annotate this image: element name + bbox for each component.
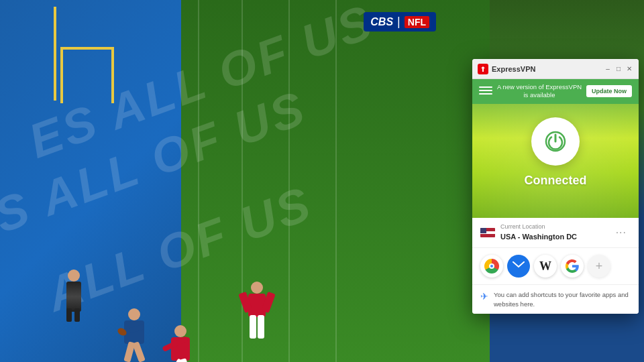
location-name: USA - Washington DC [500,233,577,241]
menu-line-2 [479,90,492,91]
chrome-shortcut-button[interactable] [480,255,503,278]
expressvpn-logo-icon [478,64,488,74]
goalpost-upright [54,7,56,101]
close-button[interactable]: ✕ [625,65,633,73]
referee-body [66,282,81,312]
referee-legs [66,308,81,322]
add-shortcut-button[interactable]: + [588,255,610,278]
update-banner: A new version of ExpressVPN is available… [472,79,639,104]
location-panel: Current Location USA - Washington DC ··· [472,218,639,248]
mail-shortcut-button[interactable] [507,255,530,278]
update-now-button[interactable]: Update Now [586,85,632,97]
goalpost-crossbar [60,47,114,50]
referee-leg-right [74,308,80,322]
tip-row: ✈ You can add shortcuts to your favorite… [472,285,639,314]
menu-line-1 [479,86,492,88]
location-menu-button[interactable]: ··· [612,225,631,240]
minimize-button[interactable]: – [604,65,612,73]
vpn-title-text: ExpressVPN [492,65,535,73]
flag-canton [480,228,486,233]
nfl-label: NFL [405,16,429,28]
referee [64,268,84,322]
connected-status-text: Connected [524,174,586,188]
cbs-nfl-badge: CBS | NFL [364,12,436,32]
power-icon [543,129,568,154]
us-flag-icon [480,228,495,237]
expressvpn-window: ExpressVPN – □ ✕ A new version of Expres… [472,59,639,314]
hamburger-menu-button[interactable] [479,86,492,96]
maximize-button[interactable]: □ [614,65,623,73]
shortcuts-row: W + [472,248,639,285]
cbs-label: CBS [370,16,393,28]
location-label: Current Location [500,223,612,230]
badge-divider: | [397,15,400,29]
window-controls[interactable]: – □ ✕ [604,65,633,73]
location-info: Current Location USA - Washington DC [500,223,612,242]
google-shortcut-button[interactable] [561,255,584,278]
add-icon-symbol: + [596,260,603,272]
wikipedia-shortcut-button[interactable]: W [534,255,557,278]
goalpost-left [60,50,63,103]
title-bar: ExpressVPN – □ ✕ [472,59,639,79]
tip-text: You can add shortcuts to your favorite a… [494,290,631,308]
menu-line-3 [479,93,492,95]
referee-head [68,269,80,282]
title-bar-logo: ExpressVPN [478,64,604,74]
goalpost-right [111,50,114,103]
referee-leg-left [66,308,72,322]
wiki-letter: W [539,259,551,274]
vpn-main-area: Connected [472,104,639,219]
power-button[interactable] [531,117,580,166]
update-banner-text: A new version of ExpressVPN is available [496,83,582,100]
tip-icon: ✈ [480,291,488,302]
